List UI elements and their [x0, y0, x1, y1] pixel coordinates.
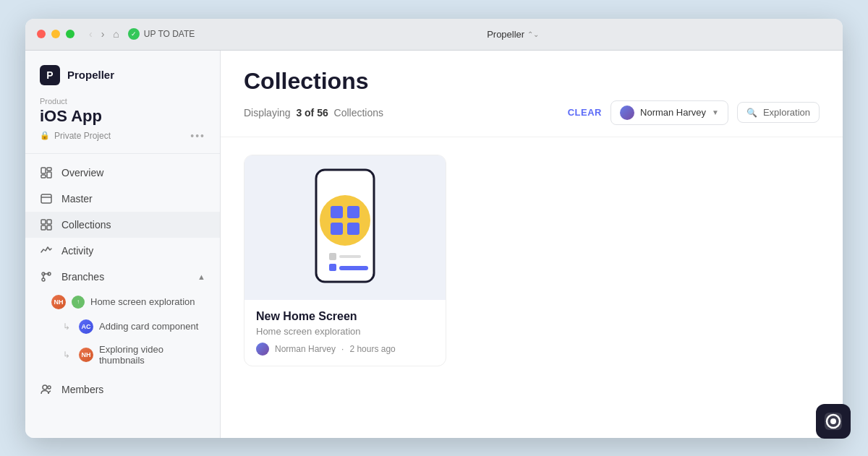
back-button[interactable]: ‹ [86, 27, 95, 41]
svg-rect-7 [47, 220, 51, 224]
sidebar-item-overview[interactable]: Overview [25, 160, 220, 186]
svg-rect-18 [331, 206, 343, 218]
card-dot: · [341, 344, 344, 354]
overview-icon [40, 166, 53, 179]
card-author-avatar [256, 343, 269, 356]
svg-rect-21 [347, 223, 359, 235]
branch-item-home-screen[interactable]: NH ↑ Home screen exploration [25, 290, 220, 314]
svg-rect-22 [329, 253, 336, 260]
sync-status: ✓ UP TO DATE [128, 28, 195, 40]
titlebar-sort-icon: ⌃⌄ [527, 30, 539, 38]
minimize-button[interactable] [51, 30, 60, 38]
forward-button[interactable]: › [98, 27, 108, 41]
svg-point-11 [42, 278, 45, 281]
branch-avatar-1: NH [51, 295, 66, 309]
card-time: 2 hours ago [349, 344, 395, 354]
content-area: Collections Displaying 3 of 56 Collectio… [221, 51, 843, 438]
branch-item-video-thumbnails[interactable]: ↳ NH Exploring video thumbnails [25, 339, 220, 371]
svg-point-17 [320, 195, 370, 246]
branch-label-3: Exploring video thumbnails [99, 344, 205, 366]
svg-rect-1 [47, 168, 51, 171]
svg-rect-8 [41, 225, 46, 230]
count-label: Collections [334, 107, 383, 119]
card-title: New Home Screen [256, 310, 434, 323]
activity-icon [40, 244, 53, 257]
svg-rect-6 [41, 220, 46, 224]
svg-point-15 [48, 386, 51, 389]
svg-rect-0 [41, 168, 46, 173]
filter-row: CLEAR Norman Harvey ▼ 🔍 Exploration [568, 100, 820, 125]
branch-item-adding-card[interactable]: ↳ AC Adding card component [25, 314, 220, 339]
indent-arrow-icon-2: ↳ [63, 350, 70, 360]
card-author: Norman Harvey [275, 344, 336, 354]
app-title: Propeller [487, 29, 524, 40]
project-privacy: 🔒 Private Project ••• [40, 130, 205, 142]
svg-rect-2 [47, 172, 51, 178]
displaying-count: Displaying 3 of 56 Collections [244, 107, 383, 119]
svg-rect-24 [329, 264, 336, 271]
user-filter-dropdown[interactable]: Norman Harvey ▼ [610, 100, 728, 125]
home-button[interactable]: ⌂ [113, 28, 119, 40]
svg-point-28 [830, 418, 836, 424]
privacy-label: Private Project [54, 131, 111, 141]
search-icon: 🔍 [746, 108, 757, 118]
svg-rect-20 [331, 223, 343, 235]
branch-avatar-3: NH [79, 348, 93, 362]
indent-arrow-icon: ↳ [63, 322, 70, 332]
search-filter-input[interactable]: 🔍 Exploration [737, 102, 820, 123]
collections-icon [40, 218, 53, 231]
sidebar-item-collections[interactable]: Collections [25, 212, 220, 238]
sidebar-item-activity[interactable]: Activity [25, 238, 220, 264]
svg-rect-25 [339, 266, 368, 270]
page-title: Collections [244, 68, 820, 95]
status-text: UP TO DATE [144, 29, 195, 39]
close-button[interactable] [37, 30, 46, 38]
branches-icon [40, 270, 53, 283]
app-name-label: Propeller [67, 69, 114, 81]
svg-rect-3 [41, 175, 46, 178]
project-name: iOS App [40, 107, 205, 126]
members-icon [40, 383, 53, 396]
search-filter-value: Exploration [763, 107, 810, 118]
svg-rect-9 [47, 225, 51, 230]
project-label: Product [40, 97, 205, 106]
logo-icon: P [40, 65, 60, 85]
sidebar-item-members[interactable]: Members [25, 377, 220, 403]
sidebar-logo: P Propeller [25, 62, 220, 97]
abstract-logo [816, 404, 851, 439]
card-branch: Home screen exploration [256, 326, 434, 337]
abstract-logo-icon [823, 411, 843, 431]
card-meta: Norman Harvey · 2 hours ago [256, 343, 434, 356]
activity-label: Activity [61, 245, 93, 257]
lock-icon: 🔒 [40, 131, 50, 140]
nav-arrows: ‹ › [86, 27, 107, 41]
branch-list: NH ↑ Home screen exploration ↳ AC Adding… [25, 290, 220, 371]
fullscreen-button[interactable] [66, 30, 75, 38]
master-icon [40, 192, 53, 205]
card-illustration [302, 166, 388, 289]
content-subtitle-row: Displaying 3 of 56 Collections CLEAR Nor… [244, 100, 820, 125]
clear-filter-button[interactable]: CLEAR [568, 107, 602, 118]
collection-card-1[interactable]: New Home Screen Home screen exploration … [244, 155, 446, 366]
more-options-icon[interactable]: ••• [190, 130, 205, 142]
members-label: Members [61, 384, 103, 395]
content-header: Collections Displaying 3 of 56 Collectio… [221, 51, 843, 137]
branch-label-2: Adding card component [99, 321, 198, 332]
svg-point-14 [43, 385, 47, 390]
branch-label-1: Home screen exploration [90, 296, 195, 307]
overview-label: Overview [61, 167, 103, 178]
user-filter-chevron-icon: ▼ [712, 108, 719, 116]
branches-section-header[interactable]: Branches ▲ [25, 264, 220, 290]
traffic-lights [37, 30, 75, 38]
card-preview-1 [244, 155, 446, 300]
displaying-word: Displaying [244, 107, 291, 119]
app-window: ‹ › ⌂ ✓ UP TO DATE Propeller ⌃⌄ P Propel… [25, 19, 843, 438]
project-section: Product iOS App 🔒 Private Project ••• [25, 97, 220, 154]
branch-avatar-2: AC [79, 319, 93, 334]
branch-type-icon-1: ↑ [72, 296, 85, 309]
svg-rect-23 [339, 255, 361, 258]
sidebar-item-master[interactable]: Master [25, 186, 220, 212]
collections-label: Collections [61, 219, 111, 231]
master-label: Master [61, 193, 93, 205]
card-info-1: New Home Screen Home screen exploration … [244, 300, 446, 366]
